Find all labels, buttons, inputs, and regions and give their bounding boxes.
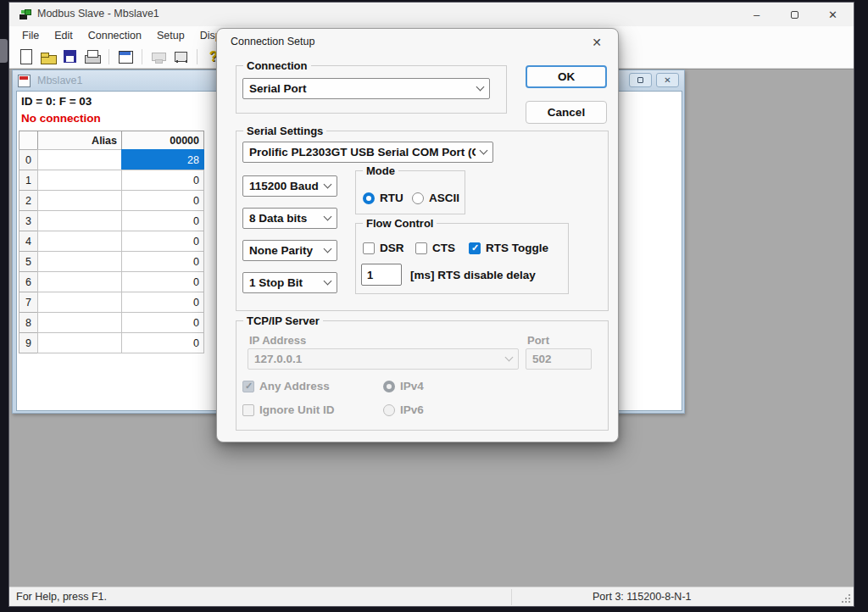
toolbar-separator <box>108 49 109 64</box>
maximize-button[interactable] <box>776 3 814 26</box>
value-cell[interactable]: 0 <box>121 251 204 272</box>
alias-column-header[interactable]: Alias <box>37 131 122 150</box>
parity-dropdown[interactable]: None Parity <box>242 240 337 261</box>
stop-bits-dropdown[interactable]: 1 Stop Bit <box>242 272 337 293</box>
row-header-cell[interactable]: 3 <box>19 210 38 231</box>
ipv6-radio: IPv6 <box>383 403 424 416</box>
value-cell[interactable]: 0 <box>121 332 204 353</box>
table-row: 90 <box>19 333 204 353</box>
row-header-cell[interactable]: 5 <box>19 251 38 272</box>
communication-icon[interactable] <box>150 48 167 65</box>
corner-header-cell[interactable] <box>19 131 38 150</box>
alias-cell[interactable] <box>37 312 122 333</box>
resize-grip[interactable] <box>841 593 851 604</box>
rts-toggle-checkbox[interactable]: RTS Toggle <box>469 242 548 254</box>
alias-cell[interactable] <box>37 271 122 292</box>
rts-toggle-checkbox-label: RTS Toggle <box>486 242 548 254</box>
alias-cell[interactable] <box>37 231 122 252</box>
ignore-unit-id-checkbox: Ignore Unit ID <box>242 403 335 416</box>
save-file-icon[interactable] <box>62 48 79 65</box>
dsr-checkbox[interactable]: DSR <box>363 242 404 254</box>
dsr-checkbox-label: DSR <box>380 242 404 254</box>
open-file-icon[interactable] <box>40 48 57 65</box>
rtu-radio[interactable]: RTU <box>363 192 403 204</box>
cancel-button[interactable]: Cancel <box>526 101 607 124</box>
radio-icon <box>412 192 424 204</box>
status-bar: For Help, press F1. Port 3: 115200-8-N-1 <box>9 587 854 606</box>
alias-cell[interactable] <box>37 210 122 231</box>
row-header-cell[interactable]: 2 <box>19 190 38 211</box>
menu-setup[interactable]: Setup <box>149 26 192 46</box>
serial-port-dropdown[interactable]: Prolific PL2303GT USB Serial COM Port (C… <box>242 142 493 163</box>
tcp-server-group-label: TCP/IP Server <box>243 314 323 327</box>
screen: Modbus Slave - Mbslave1 – ✕ FileEditConn… <box>0 0 868 612</box>
any-address-checkbox-label: Any Address <box>259 380 330 392</box>
value-cell[interactable]: 0 <box>121 170 204 191</box>
ignore-unit-id-checkbox-label: Ignore Unit ID <box>259 403 335 416</box>
baud-rate-dropdown[interactable]: 115200 Baud <box>242 175 337 197</box>
rts-delay-input[interactable]: 1 <box>361 264 402 286</box>
row-header-cell[interactable]: 7 <box>19 292 38 313</box>
document-title: Mbslave1 <box>37 75 83 86</box>
dialog-title: Connection Setup <box>231 36 314 47</box>
close-button[interactable]: ✕ <box>814 3 852 26</box>
row-header-cell[interactable]: 9 <box>19 332 38 353</box>
row-header-cell[interactable]: 0 <box>19 149 38 170</box>
parity-value: None Parity <box>249 244 320 257</box>
menu-connection[interactable]: Connection <box>81 26 149 46</box>
document-close-button[interactable]: ✕ <box>656 73 679 87</box>
table-row: 50 <box>19 252 204 272</box>
value-cell[interactable]: 0 <box>121 190 204 211</box>
ok-button[interactable]: OK <box>526 65 607 88</box>
device-icon[interactable] <box>172 48 189 65</box>
radio-icon <box>383 404 395 416</box>
maximize-icon <box>791 11 798 19</box>
alias-cell[interactable] <box>37 251 122 272</box>
alias-cell[interactable] <box>37 190 122 211</box>
new-file-icon[interactable] <box>18 48 35 65</box>
ip-address-value: 127.0.0.1 <box>254 353 501 365</box>
menu-edit[interactable]: Edit <box>47 26 81 46</box>
alias-cell[interactable] <box>37 149 122 170</box>
cts-checkbox[interactable]: CTS <box>415 242 455 254</box>
value-cell[interactable]: 0 <box>121 271 204 292</box>
data-bits-dropdown[interactable]: 8 Data bits <box>242 208 337 229</box>
menu-file[interactable]: File <box>14 26 47 46</box>
connection-group-label: Connection <box>243 59 311 72</box>
row-header-cell[interactable]: 6 <box>19 271 38 292</box>
alias-cell[interactable] <box>37 332 122 353</box>
row-header-cell[interactable]: 1 <box>19 170 38 191</box>
print-icon[interactable] <box>84 48 101 65</box>
toolbar-separator <box>197 49 198 64</box>
value-cell[interactable]: 28 <box>121 149 204 170</box>
dialog-close-button[interactable]: ✕ <box>586 33 608 52</box>
ipv4-radio-label: IPv4 <box>400 380 424 392</box>
port-value: 502 <box>532 353 585 365</box>
table-row: 10 <box>19 170 204 191</box>
serial-port-value: Prolific PL2303GT USB Serial COM Port (C… <box>249 146 476 159</box>
restore-icon <box>637 77 643 83</box>
rts-delay-label: [ms] RTS disable delay <box>410 269 536 281</box>
row-header-cell[interactable]: 8 <box>19 312 38 333</box>
value-cell[interactable]: 0 <box>121 210 204 231</box>
rtu-radio-label: RTU <box>380 192 403 204</box>
ascii-radio-label: ASCII <box>429 192 459 204</box>
register-info: ID = 0: F = 03 <box>21 95 92 108</box>
display-definition-icon[interactable] <box>117 48 134 65</box>
value-cell[interactable]: 0 <box>121 292 204 313</box>
ascii-radio[interactable]: ASCII <box>412 192 459 204</box>
alias-cell[interactable] <box>37 292 122 313</box>
checkbox-icon <box>415 242 427 254</box>
row-header-cell[interactable]: 4 <box>19 231 38 252</box>
table-row: 028 <box>19 150 204 170</box>
value-column-header[interactable]: 00000 <box>121 131 204 150</box>
value-cell[interactable]: 0 <box>121 312 204 333</box>
value-cell[interactable]: 0 <box>121 231 204 252</box>
document-caption-buttons: ✕ <box>629 73 679 87</box>
connection-type-dropdown[interactable]: Serial Port <box>242 78 490 99</box>
connection-status: No connection <box>21 112 101 125</box>
document-restore-button[interactable] <box>629 73 652 87</box>
background-window-fragment <box>0 39 8 63</box>
alias-cell[interactable] <box>37 170 122 191</box>
minimize-button[interactable]: – <box>737 3 776 26</box>
